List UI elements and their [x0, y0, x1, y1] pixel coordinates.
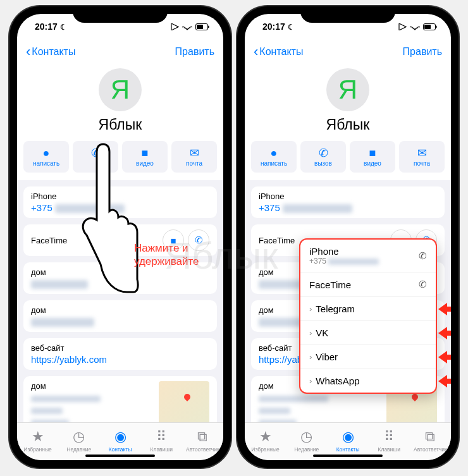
- phone-card[interactable]: iPhone +375: [23, 186, 217, 218]
- instruction-text: Нажмите и удерживайте: [134, 241, 199, 269]
- tab-keypad-label: Клавиши: [378, 446, 400, 453]
- tab-keypad[interactable]: ⠿Клавиши: [141, 423, 182, 458]
- video-button[interactable]: ■ видео: [350, 141, 395, 173]
- back-label: Контакты: [32, 46, 75, 58]
- map-pin-icon: [183, 393, 192, 401]
- svg-rect-4: [424, 25, 431, 29]
- chevron-left-icon: ‹: [26, 45, 30, 59]
- popup-telegram[interactable]: ›Telegram: [300, 297, 436, 321]
- back-label: Контакты: [259, 46, 303, 58]
- iphone-label: iPhone: [31, 192, 209, 201]
- phone-icon: ✆: [419, 279, 427, 290]
- video-label: видео: [364, 160, 381, 167]
- edit-button[interactable]: Править: [175, 46, 214, 58]
- mail-icon: ✉: [417, 147, 427, 159]
- message-label: написать: [261, 160, 287, 167]
- video-label: видео: [136, 160, 154, 167]
- popup-whatsapp[interactable]: ›WhatsApp: [300, 369, 436, 393]
- tab-favorites[interactable]: ★Избранные: [17, 423, 58, 458]
- call-button[interactable]: ✆ вызов: [73, 141, 118, 173]
- mail-icon: ✉: [190, 147, 199, 159]
- popup-iphone-label: iPhone: [309, 246, 379, 257]
- dnd-icon: [288, 21, 295, 32]
- mail-label: почта: [414, 160, 430, 167]
- call-options-popup: iPhone +375 ✆ FaceTime ✆ ›Telegram: [299, 238, 437, 394]
- status-time: 20:17: [262, 21, 285, 32]
- facetime-label: FaceTime: [259, 236, 295, 245]
- home2-card[interactable]: дом: [23, 300, 217, 332]
- svg-rect-2: [208, 25, 209, 28]
- keypad-icon: ⠿: [384, 429, 394, 445]
- popup-viber[interactable]: ›Viber: [300, 345, 436, 369]
- clock-icon: ◷: [300, 429, 312, 445]
- tab-favorites[interactable]: ★Избранные: [245, 423, 286, 458]
- highlight-arrow-icon: [438, 329, 451, 338]
- phone-icon: ✆: [319, 147, 328, 159]
- highlight-arrow-icon: [438, 353, 451, 362]
- popup-facetime[interactable]: FaceTime ✆: [300, 272, 436, 297]
- tab-recents-label: Недавние: [294, 446, 319, 453]
- call-button[interactable]: ✆ вызов: [300, 141, 346, 173]
- contact-name: Яблык: [245, 116, 451, 133]
- chevron-right-icon: ›: [309, 328, 312, 338]
- highlight-arrow-icon: [438, 377, 451, 386]
- home-indicator: [85, 455, 155, 457]
- tab-contacts[interactable]: ◉Контакты: [99, 423, 140, 458]
- star-icon: ★: [32, 429, 44, 445]
- address-card[interactable]: дом Беларусь: [23, 376, 217, 422]
- popup-app-label: VK: [316, 327, 328, 338]
- website-card[interactable]: веб-сайт https://yablyk.com: [23, 338, 217, 370]
- message-button[interactable]: ● написать: [23, 141, 69, 173]
- tab-contacts-label: Контакты: [336, 446, 360, 453]
- tab-voicemail[interactable]: ⧉Автоответчик: [410, 423, 451, 458]
- back-button[interactable]: ‹ Контакты: [26, 45, 75, 59]
- message-icon: ●: [271, 147, 278, 159]
- video-icon: ■: [369, 147, 376, 159]
- video-button[interactable]: ■ видео: [122, 141, 168, 173]
- edit-button[interactable]: Править: [403, 46, 442, 58]
- status-icons: [171, 23, 209, 30]
- message-label: написать: [33, 160, 59, 167]
- mail-label: почта: [186, 160, 202, 167]
- popup-app-label: Viber: [316, 351, 338, 362]
- mail-button[interactable]: ✉ почта: [399, 141, 445, 173]
- mail-button[interactable]: ✉ почта: [171, 141, 217, 173]
- facetime-label: FaceTime: [31, 236, 67, 245]
- dnd-icon: [60, 21, 67, 32]
- chevron-right-icon: ›: [309, 352, 312, 362]
- highlight-arrow-icon: [438, 305, 451, 314]
- popup-vk[interactable]: ›VK: [300, 321, 436, 345]
- tab-favorites-label: Избранные: [251, 446, 279, 453]
- person-icon: ◉: [114, 429, 126, 445]
- tab-recents-label: Недавние: [66, 446, 91, 453]
- status-time: 20:17: [35, 21, 58, 32]
- phone-icon: ✆: [91, 147, 101, 159]
- back-button[interactable]: ‹ Контакты: [254, 45, 303, 59]
- home2-label: дом: [31, 305, 209, 315]
- iphone-value: +375: [259, 202, 280, 213]
- voicemail-icon: ⧉: [197, 429, 207, 445]
- tab-voicemail[interactable]: ⧉Автоответчик: [182, 423, 223, 458]
- phone-card[interactable]: iPhone +375: [251, 186, 445, 218]
- message-button[interactable]: ● написать: [251, 141, 297, 173]
- status-icons: [398, 23, 437, 30]
- avatar: Я: [326, 68, 369, 111]
- phone-icon: ✆: [419, 250, 427, 262]
- website-value: https://yablyk.com: [31, 354, 209, 365]
- tab-recents[interactable]: ◷Недавние: [286, 423, 327, 458]
- popup-iphone[interactable]: iPhone +375 ✆: [300, 240, 436, 272]
- tab-recents[interactable]: ◷Недавние: [58, 423, 99, 458]
- tab-contacts[interactable]: ◉Контакты: [327, 423, 368, 458]
- tab-keypad[interactable]: ⠿Клавиши: [369, 423, 410, 458]
- chevron-right-icon: ›: [309, 304, 312, 314]
- address-label: дом: [31, 381, 154, 391]
- home-label: дом: [31, 267, 209, 277]
- tab-voicemail-label: Автоответчик: [186, 446, 219, 453]
- popup-facetime-label: FaceTime: [309, 279, 351, 290]
- chevron-left-icon: ‹: [254, 45, 258, 59]
- map-thumbnail: [159, 381, 209, 422]
- video-icon: ■: [142, 147, 149, 159]
- clock-icon: ◷: [73, 429, 85, 445]
- popup-app-label: WhatsApp: [316, 375, 359, 386]
- website-label: веб-сайт: [31, 343, 209, 353]
